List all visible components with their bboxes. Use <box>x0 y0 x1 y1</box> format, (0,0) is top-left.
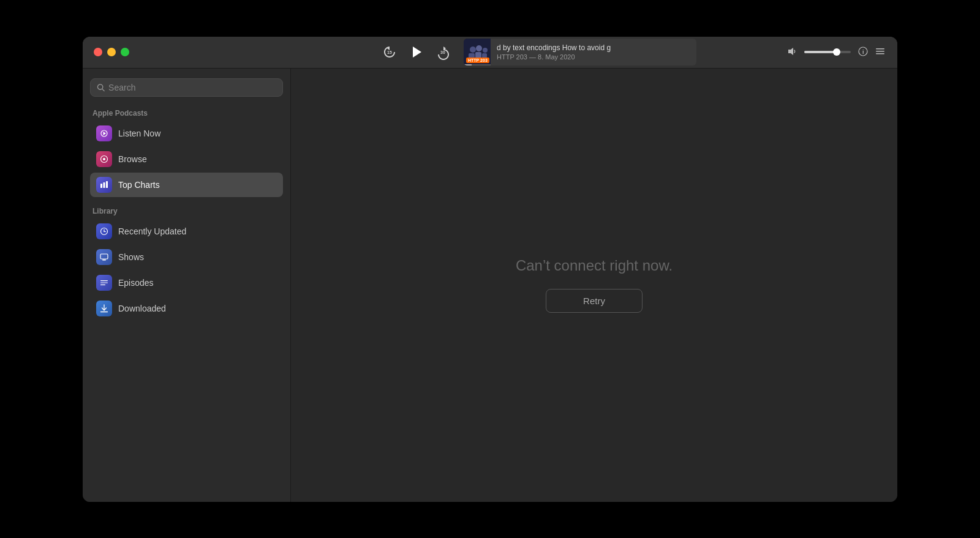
svg-rect-16 <box>876 51 884 52</box>
titlebar-center: 15 30 <box>291 39 787 65</box>
episodes-label: Episodes <box>118 278 154 288</box>
now-playing-bar[interactable]: HTTP 203 d by text encodings How to avoi… <box>464 39 696 65</box>
app-window: 15 30 <box>83 37 897 502</box>
library-section-header: Library <box>90 207 283 215</box>
list-button[interactable] <box>875 47 885 58</box>
sidebar: Apple Podcasts Listen Now Bro <box>83 69 291 502</box>
progress-fill <box>464 64 472 65</box>
svg-rect-31 <box>102 260 106 261</box>
library-section: Library Recently Updated <box>90 207 283 321</box>
apple-podcasts-section-header: Apple Podcasts <box>90 109 283 118</box>
svg-point-23 <box>103 158 105 160</box>
svg-text:i: i <box>862 49 864 55</box>
svg-marker-2 <box>413 47 421 58</box>
svg-rect-24 <box>100 184 102 188</box>
svg-point-7 <box>476 45 482 51</box>
skip-back-button[interactable]: 15 <box>382 44 398 60</box>
svg-rect-30 <box>100 254 108 259</box>
now-playing-thumbnail: HTTP 203 <box>464 39 491 65</box>
sidebar-item-listen-now[interactable]: Listen Now <box>90 121 283 146</box>
svg-text:15: 15 <box>387 50 392 54</box>
skip-back-icon: 15 <box>382 44 398 60</box>
sidebar-item-top-charts[interactable]: Top Charts <box>90 173 283 197</box>
shows-icon <box>96 249 112 265</box>
volume-slider[interactable] <box>804 51 851 53</box>
search-icon <box>97 83 105 92</box>
sidebar-item-recently-updated[interactable]: Recently Updated <box>90 219 283 244</box>
svg-rect-25 <box>104 182 105 188</box>
titlebar-right: i <box>787 47 897 58</box>
search-container <box>90 78 283 97</box>
svg-rect-32 <box>100 280 108 281</box>
top-charts-label: Top Charts <box>118 180 160 190</box>
maximize-button[interactable] <box>121 48 129 56</box>
minimize-button[interactable] <box>107 48 116 56</box>
svg-text:30: 30 <box>440 50 445 54</box>
skip-forward-button[interactable]: 30 <box>435 44 451 60</box>
browse-icon <box>96 151 112 167</box>
svg-point-8 <box>483 48 488 53</box>
traffic-lights <box>83 48 291 56</box>
error-message: Can’t connect right now. <box>516 257 673 274</box>
svg-rect-33 <box>100 282 108 283</box>
info-button[interactable]: i <box>858 47 868 58</box>
content-area: Can’t connect right now. Retry <box>291 69 897 502</box>
recently-updated-label: Recently Updated <box>118 226 186 236</box>
sidebar-item-browse[interactable]: Browse <box>90 147 283 171</box>
play-button[interactable] <box>410 45 423 59</box>
svg-rect-34 <box>100 284 105 285</box>
recently-updated-icon <box>96 223 112 239</box>
retry-button[interactable]: Retry <box>546 289 643 313</box>
svg-point-6 <box>470 47 476 53</box>
downloaded-label: Downloaded <box>118 304 166 313</box>
episodes-icon <box>96 275 112 291</box>
skip-forward-icon: 30 <box>435 44 451 60</box>
titlebar: 15 30 <box>83 37 897 69</box>
progress-bar <box>464 64 491 65</box>
search-input[interactable] <box>108 83 276 92</box>
volume-slider-fill <box>804 51 837 53</box>
svg-rect-17 <box>876 53 884 54</box>
volume-thumb <box>833 48 840 56</box>
listen-now-icon <box>96 125 112 141</box>
downloaded-icon <box>96 301 112 316</box>
search-wrapper[interactable] <box>90 78 283 97</box>
shows-label: Shows <box>118 252 144 262</box>
svg-line-19 <box>102 89 104 91</box>
listen-now-label: Listen Now <box>118 129 160 138</box>
top-charts-icon <box>96 177 112 193</box>
svg-marker-21 <box>104 132 107 135</box>
now-playing-info: d by text encodings How to avoid g HTTP … <box>491 41 696 63</box>
main-content: Apple Podcasts Listen Now Bro <box>83 69 897 502</box>
now-playing-title: d by text encodings How to avoid g <box>497 43 690 52</box>
play-icon <box>410 45 423 59</box>
sidebar-item-episodes[interactable]: Episodes <box>90 271 283 295</box>
close-button[interactable] <box>94 48 102 56</box>
volume-icon <box>787 47 797 58</box>
svg-rect-15 <box>876 48 884 50</box>
now-playing-meta: HTTP 203 — 8. May 2020 <box>497 53 690 61</box>
browse-label: Browse <box>118 154 147 164</box>
sidebar-item-downloaded[interactable]: Downloaded <box>90 296 283 321</box>
svg-rect-26 <box>106 181 108 188</box>
svg-marker-12 <box>788 48 793 55</box>
sidebar-item-shows[interactable]: Shows <box>90 245 283 269</box>
podcast-badge: HTTP 203 <box>466 58 489 63</box>
